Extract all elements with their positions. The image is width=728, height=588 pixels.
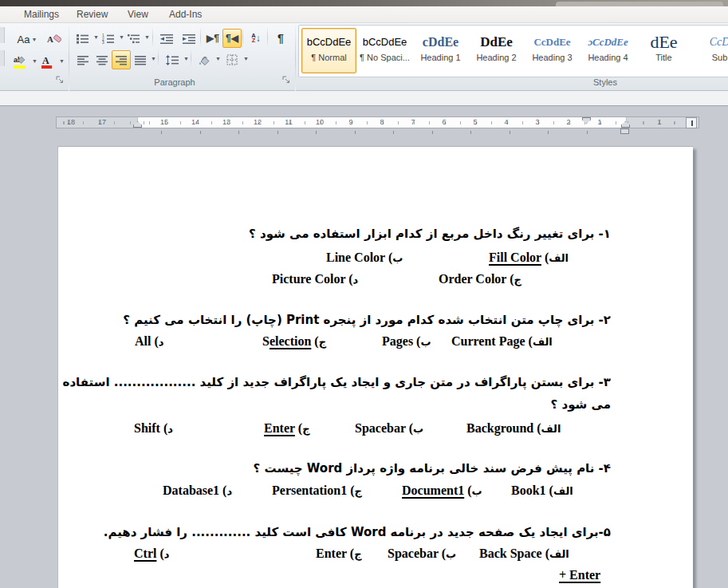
q3-option-b[interactable]: Spacebar (ب [355, 421, 423, 436]
q3-option-d[interactable]: Shift (د [134, 421, 173, 436]
left-indent-box-marker[interactable] [620, 128, 629, 134]
cut-button-fragment [0, 27, 5, 43]
q5-option-a[interactable]: Back Space (الف [479, 547, 569, 561]
style-normal[interactable]: bCcDdEe¶ Normal [301, 28, 356, 73]
q5-option-d[interactable]: Ctrl (د [134, 547, 169, 561]
chevron-down-icon[interactable]: ▼ [183, 56, 189, 61]
horizontal-ruler[interactable]: 18 17 15 14 13 12 11 10 9 8 7 6 5 4 3 2 … [56, 116, 699, 128]
increase-indent-icon [183, 34, 196, 44]
chevron-down-icon[interactable]: ▼ [151, 56, 156, 61]
q5-answer-continuation[interactable]: + Enter [559, 568, 600, 582]
align-right-button[interactable] [112, 50, 131, 69]
q2-option-c[interactable]: Selection (ج [262, 334, 326, 349]
question-3-text-line1[interactable]: ۳- برای بستن پاراگراف در متن جاری و ایجا… [63, 375, 611, 389]
ruler-number: 17 [98, 118, 106, 126]
chevron-down-icon[interactable]: ▼ [243, 56, 249, 61]
right-to-left-text-button[interactable]: ¶◀ [222, 29, 242, 48]
chevron-down-icon[interactable]: ▼ [144, 34, 150, 40]
q4-option-b[interactable]: Document1 (ب [402, 483, 482, 498]
q3-option-c[interactable]: Enter (ج [264, 421, 310, 436]
style-sample: CcD [693, 29, 728, 54]
chevron-down-icon[interactable]: ▼ [119, 34, 124, 40]
divider [158, 49, 159, 68]
tab-add-ins[interactable]: Add-Ins [164, 8, 207, 21]
ruler-number: 5 [473, 118, 477, 126]
ruler-number: 15 [160, 118, 168, 126]
decrease-indent-button[interactable] [156, 30, 177, 47]
paragraph-dialog-launcher[interactable] [282, 76, 290, 84]
bullets-button[interactable] [73, 30, 92, 47]
ruler-number: 13 [222, 118, 230, 126]
chevron-down-icon[interactable]: ▼ [59, 58, 65, 64]
q5-option-c[interactable]: Enter (ج [316, 547, 362, 561]
tab-review[interactable]: Review [72, 8, 112, 21]
question-4-text[interactable]: ۴- نام پیش فرض سند خالی برنامه واژه پردا… [254, 461, 611, 476]
tab-mailings[interactable]: Mailings [19, 8, 64, 21]
font-color-button[interactable]: A [37, 52, 57, 73]
style-title[interactable]: dEeTitle [636, 28, 691, 73]
increase-indent-button[interactable] [179, 30, 199, 47]
q1-option-b[interactable]: Line Color (ب [326, 251, 403, 265]
borders-button[interactable] [222, 50, 242, 69]
clear-formatting-button[interactable]: A [43, 29, 65, 49]
document-window-top [0, 91, 728, 106]
question-3-text-line2[interactable]: می شود ؟ [551, 397, 611, 412]
ruler-number: 6 [442, 118, 446, 126]
align-center-icon [96, 55, 108, 65]
q3-option-a[interactable]: Background (الف [466, 421, 561, 436]
text-highlight-button[interactable]: ab [10, 52, 30, 73]
left-to-right-text-button[interactable]: ▶¶ [203, 29, 222, 48]
arrow-down-icon: ↓ [256, 33, 261, 44]
q2-option-a[interactable]: Current Page (الف [451, 334, 553, 349]
borders-icon [226, 54, 238, 65]
q5-option-b[interactable]: Spacebar (ب [388, 547, 456, 561]
question-2-text[interactable]: ۲- برای چاپ متن انتخاب شده کدام مورد از … [123, 313, 611, 327]
question-1-text[interactable]: ۱- برای تغییر رنگ داخل مربع از کدام ابزا… [249, 227, 611, 241]
default-tab-stops [161, 131, 596, 134]
q4-option-d[interactable]: Database1 (د [163, 483, 232, 498]
q1-option-d[interactable]: Picture Color (د [272, 272, 358, 286]
change-case-button[interactable]: Aa▼ [13, 30, 41, 49]
show-hide-pilcrow-button[interactable]: ¶ [271, 29, 290, 48]
q1-option-a[interactable]: Fill Color (الف [489, 251, 569, 265]
style-heading1[interactable]: cDdEeHeading 1 [413, 28, 468, 73]
align-left-button[interactable] [73, 50, 92, 69]
style-heading2[interactable]: DdEeHeading 2 [469, 28, 524, 73]
tab-view[interactable]: View [123, 8, 153, 21]
q4-option-a[interactable]: Book1 (الف [511, 483, 573, 498]
ribbon: Aa▼ A ab ▼ A ▼ [0, 23, 728, 91]
style-sample: bCcDdEe [358, 29, 411, 54]
svg-text:A: A [42, 56, 49, 66]
q2-option-d[interactable]: All (د [135, 334, 163, 349]
style-heading4[interactable]: ɔCcDdEeHeading 4 [580, 28, 636, 73]
group-divider [69, 26, 69, 91]
chevron-down-icon[interactable]: ▼ [93, 34, 99, 40]
multilevel-list-button[interactable] [124, 30, 144, 47]
q1-option-c[interactable]: Order Color (ج [439, 272, 521, 286]
ruler-number: 2 [566, 118, 570, 126]
ruler-number: 1 [597, 118, 601, 126]
justify-button[interactable] [131, 50, 150, 69]
style-subtitle[interactable]: CcDSub [692, 28, 728, 73]
style-no-spacing[interactable]: bCcDdEe¶ No Spaci... [357, 28, 412, 73]
sort-button[interactable]: AZ ↓ [246, 29, 266, 48]
question-5-text[interactable]: ۵-برای ایجاد یک صفحه جدید در برنامه Word… [104, 525, 611, 539]
align-center-button[interactable] [92, 50, 112, 69]
divider [152, 28, 153, 47]
ruler-number: 4 [504, 118, 508, 126]
document-page[interactable]: ۱- برای تغییر رنگ داخل مربع از کدام ابزا… [57, 146, 693, 588]
svg-text:3: 3 [102, 40, 104, 43]
font-dialog-launcher[interactable] [56, 76, 64, 84]
ruler-number: 7 [411, 118, 415, 126]
paragraph-group-label: Paragraph [154, 77, 195, 87]
tab-selector-button[interactable] [686, 117, 697, 128]
style-label: Heading 2 [470, 53, 523, 62]
q4-option-c[interactable]: Persentation1 (ج [272, 483, 362, 498]
q2-option-b[interactable]: Pages (ب [382, 334, 431, 349]
chevron-down-icon[interactable]: ▼ [215, 56, 221, 61]
line-spacing-button[interactable] [162, 50, 183, 69]
numbering-button[interactable]: 1 2 3 [99, 30, 118, 47]
style-heading3[interactable]: CcDdEeHeading 3 [525, 28, 580, 73]
shading-button[interactable] [194, 50, 214, 69]
bar-tab-icon [691, 120, 693, 126]
